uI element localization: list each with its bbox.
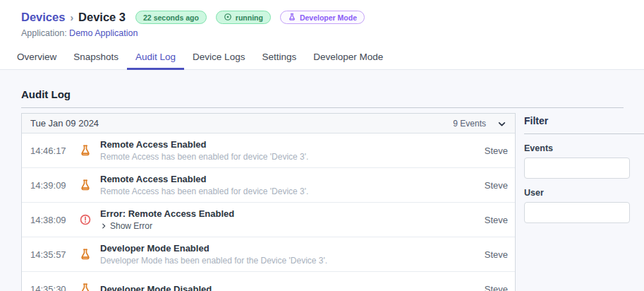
audit-event-row: 14:35:57 Developer Mode Enabled Develope…	[22, 237, 515, 272]
flask-icon	[79, 179, 92, 191]
developer-mode-badge: Developer Mode	[280, 11, 365, 24]
chevron-right-icon	[100, 222, 107, 230]
breadcrumb-devices-link[interactable]: Devices	[21, 11, 65, 24]
status-badge: running	[216, 11, 271, 24]
error-icon	[79, 213, 92, 226]
tab-developer-mode[interactable]: Developer Mode	[305, 47, 391, 70]
event-time: 14:35:30	[30, 284, 69, 291]
events-count: 9 Events	[453, 119, 486, 129]
audit-event-row: 14:38:09 Error: Remote Access Enabled Sh…	[22, 203, 515, 237]
page-header: Devices › Device 3 22 seconds ago runnin…	[0, 0, 644, 38]
filter-events-input[interactable]	[524, 158, 630, 179]
audit-event-row: 14:46:17 Remote Access Enabled Remote Ac…	[22, 133, 515, 168]
filter-panel-title: Filter	[524, 115, 644, 126]
content-area: Audit Log Tue Jan 09 2024 9 Events 14:46…	[0, 70, 644, 291]
developer-mode-label: Developer Mode	[300, 13, 357, 22]
last-seen-badge: 22 seconds ago	[135, 11, 207, 24]
event-user: Steve	[485, 284, 508, 291]
date-group-header[interactable]: Tue Jan 09 2024 9 Events	[22, 114, 515, 133]
flask-icon	[79, 283, 92, 291]
event-title: Remote Access Enabled	[100, 174, 308, 184]
filter-divider	[524, 133, 644, 134]
tab-audit-log[interactable]: Audit Log	[127, 47, 184, 70]
audit-log-card: Tue Jan 09 2024 9 Events 14:46:17 Remote…	[21, 113, 516, 291]
filter-panel: Filter Events User	[524, 113, 644, 291]
show-error-label: Show Error	[110, 221, 152, 231]
record-icon	[224, 13, 232, 23]
filter-user-label: User	[524, 188, 644, 198]
status-label: running	[236, 13, 263, 22]
event-time: 14:39:09	[30, 180, 69, 191]
audit-event-row: 14:35:30 Developer Mode Disabled Steve	[22, 272, 515, 291]
event-user: Steve	[485, 146, 508, 156]
event-title: Developer Mode Disabled	[100, 284, 212, 291]
tab-snapshots[interactable]: Snapshots	[65, 47, 127, 70]
breadcrumb-separator: ›	[70, 12, 73, 23]
chevron-down-icon[interactable]	[497, 119, 506, 128]
date-group-label: Tue Jan 09 2024	[30, 118, 99, 129]
event-user: Steve	[485, 215, 508, 225]
event-time: 14:46:17	[30, 146, 69, 156]
event-user: Steve	[485, 180, 508, 191]
flask-icon	[79, 248, 92, 261]
section-title: Audit Log	[21, 88, 644, 100]
application-label: Application:	[21, 28, 67, 38]
event-description: Developer Mode has been enabled for the …	[100, 256, 327, 266]
section-divider	[21, 107, 624, 108]
flask-icon	[79, 144, 92, 157]
event-time: 14:35:57	[30, 249, 69, 260]
event-title: Error: Remote Access Enabled	[100, 208, 234, 219]
breadcrumb: Devices › Device 3 22 seconds ago runnin…	[21, 11, 644, 24]
event-title: Developer Mode Enabled	[100, 243, 327, 254]
tab-settings[interactable]: Settings	[253, 47, 305, 70]
tab-bar: Overview Snapshots Audit Log Device Logs…	[0, 47, 644, 70]
event-time: 14:38:09	[30, 215, 69, 225]
show-error-toggle[interactable]: Show Error	[100, 221, 234, 231]
badges: 22 seconds ago running Developer Mode	[135, 11, 365, 24]
event-description: Remote Access has been enabled for devic…	[100, 186, 308, 196]
audit-event-row: 14:39:09 Remote Access Enabled Remote Ac…	[22, 168, 515, 203]
page-title: Device 3	[78, 11, 126, 24]
event-description: Remote Access has been enabled for devic…	[100, 152, 308, 162]
filter-events-label: Events	[524, 143, 644, 153]
application-row: Application: Demo Application	[21, 28, 644, 38]
event-title: Remote Access Enabled	[100, 139, 308, 150]
application-link[interactable]: Demo Application	[69, 28, 138, 38]
flask-icon	[288, 13, 296, 23]
last-seen-label: 22 seconds ago	[143, 13, 199, 22]
tab-device-logs[interactable]: Device Logs	[184, 47, 253, 70]
filter-user-input[interactable]	[524, 202, 630, 223]
tab-overview[interactable]: Overview	[8, 47, 65, 70]
event-user: Steve	[485, 249, 508, 260]
